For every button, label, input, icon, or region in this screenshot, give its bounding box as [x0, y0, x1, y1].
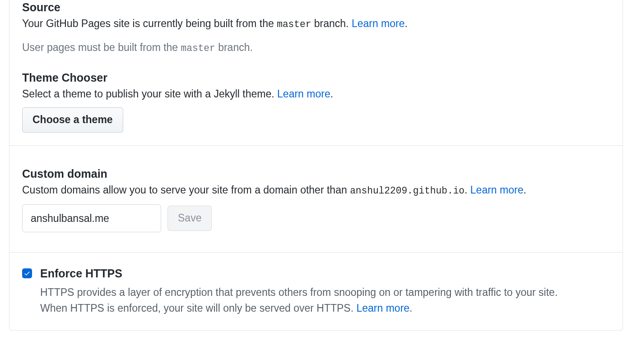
github-pages-panel: Source Your GitHub Pages site is current… [9, 0, 623, 331]
source-heading: Source [22, 0, 610, 15]
source-hint-post: branch. [215, 41, 253, 53]
source-branch-name: master [277, 19, 311, 30]
source-description: Your GitHub Pages site is currently bein… [22, 16, 610, 32]
source-desc-pre: Your GitHub Pages site is currently bein… [22, 18, 277, 29]
domain-learn-more-link[interactable]: Learn more [470, 184, 524, 196]
enforce-https-section: Enforce HTTPS HTTPS provides a layer of … [9, 252, 623, 330]
https-learn-more-link[interactable]: Learn more [356, 302, 409, 314]
custom-domain-heading: Custom domain [22, 166, 610, 181]
enforce-https-description: HTTPS provides a layer of encryption tha… [40, 285, 610, 317]
source-hint-pre: User pages must be built from the [22, 41, 181, 53]
choose-theme-button[interactable]: Choose a theme [22, 107, 123, 133]
domain-desc-pre: Custom domains allow you to serve your s… [22, 184, 350, 196]
domain-desc-post: . [465, 184, 470, 196]
enforce-https-checkbox[interactable] [22, 268, 32, 278]
enforce-https-row: Enforce HTTPS [22, 266, 610, 281]
source-desc-post: branch. [311, 18, 352, 29]
save-button[interactable]: Save [167, 206, 212, 231]
theme-chooser-block: Theme Chooser Select a theme to publish … [22, 70, 610, 133]
https-line1: HTTPS provides a layer of encryption tha… [40, 285, 610, 301]
source-hint-branch: master [181, 43, 215, 54]
enforce-https-label: Enforce HTTPS [40, 266, 122, 281]
https-line2: When HTTPS is enforced, your site will o… [40, 300, 610, 317]
source-hint: User pages must be built from the master… [22, 40, 610, 56]
source-and-theme-section: Source Your GitHub Pages site is current… [9, 0, 623, 145]
check-icon [24, 270, 31, 277]
custom-domain-description: Custom domains allow you to serve your s… [22, 182, 610, 198]
theme-description: Select a theme to publish your site with… [22, 86, 610, 102]
source-learn-more-link[interactable]: Learn more [352, 18, 405, 29]
https-line2-pre: When HTTPS is enforced, your site will o… [40, 302, 356, 314]
theme-learn-more-link[interactable]: Learn more [277, 88, 330, 100]
theme-heading: Theme Chooser [22, 70, 610, 85]
custom-domain-section: Custom domain Custom domains allow you t… [9, 145, 623, 252]
theme-desc-pre: Select a theme to publish your site with… [22, 88, 277, 100]
custom-domain-input[interactable] [22, 204, 161, 232]
custom-domain-row: Save [22, 204, 610, 232]
default-domain: anshul2209.github.io [350, 185, 465, 196]
